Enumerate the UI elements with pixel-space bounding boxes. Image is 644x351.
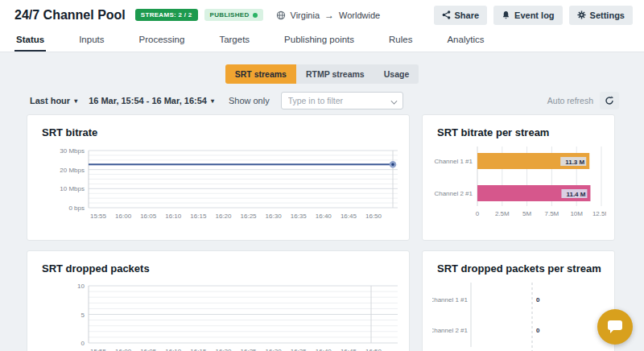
tab-analytics[interactable]: Analytics bbox=[445, 30, 485, 52]
chart-title-srt-bitrate-per-stream: SRT bitrate per stream bbox=[437, 126, 605, 138]
toggle-usage[interactable]: Usage bbox=[374, 64, 419, 84]
bell-icon bbox=[502, 10, 510, 19]
tab-inputs[interactable]: Inputs bbox=[77, 30, 105, 52]
chevron-down-icon: ▾ bbox=[211, 97, 214, 105]
tab-targets[interactable]: Targets bbox=[217, 30, 251, 52]
auto-refresh-label: Auto refresh bbox=[547, 96, 593, 105]
card-srt-dropped-packets-per-stream: SRT dropped packets per stream Channel 1… bbox=[422, 250, 615, 351]
tab-publishing-points[interactable]: Publishing points bbox=[283, 30, 356, 52]
show-only-label: Show only bbox=[229, 96, 270, 105]
published-badge: PUBLISHED bbox=[204, 9, 263, 21]
svg-text:0: 0 bbox=[81, 340, 85, 347]
share-button-label: Share bbox=[455, 10, 480, 20]
toggle-rtmp-streams[interactable]: RTMP streams bbox=[296, 64, 374, 84]
event-log-button-label: Event log bbox=[514, 10, 555, 20]
card-srt-dropped-packets: SRT dropped packets 105015:5516:0016:051… bbox=[27, 250, 410, 351]
svg-text:16:45: 16:45 bbox=[341, 213, 357, 220]
settings-button[interactable]: Settings bbox=[569, 6, 633, 25]
destination-label: Worldwide bbox=[339, 10, 380, 20]
svg-text:16:50: 16:50 bbox=[365, 213, 382, 220]
svg-text:Channel 2 #1: Channel 2 #1 bbox=[434, 190, 473, 197]
section-tabbar: StatusInputsProcessingTargetsPublishing … bbox=[0, 30, 644, 52]
filter-row: Last hour ▾ 16 Mar, 15:54 - 16 Mar, 16:5… bbox=[30, 92, 619, 109]
svg-text:16:40: 16:40 bbox=[316, 213, 332, 220]
auto-refresh-group: Auto refresh bbox=[547, 92, 619, 109]
settings-button-label: Settings bbox=[590, 10, 625, 20]
svg-text:30 Mbps: 30 Mbps bbox=[60, 147, 85, 155]
svg-text:11.3 M: 11.3 M bbox=[565, 159, 584, 166]
svg-text:16:35: 16:35 bbox=[291, 213, 308, 220]
svg-text:16:10: 16:10 bbox=[165, 213, 182, 220]
srt-bitrate-chart[interactable]: 30 Mbps20 Mbps10 Mbps0 bps15:5516:0016:0… bbox=[37, 147, 399, 232]
route-arrow-icon: → bbox=[324, 10, 334, 21]
time-range-dropdown[interactable]: Last hour ▾ bbox=[30, 96, 77, 105]
chat-bubble-icon bbox=[606, 319, 624, 335]
svg-text:15:55: 15:55 bbox=[90, 348, 107, 351]
svg-text:16:40: 16:40 bbox=[316, 348, 332, 351]
tab-rules[interactable]: Rules bbox=[387, 30, 414, 52]
svg-text:16:05: 16:05 bbox=[140, 213, 157, 220]
srt-dropped-packets-per-stream-chart[interactable]: Channel 1 #10Channel 2 #100 bbox=[432, 283, 605, 351]
svg-text:0: 0 bbox=[476, 210, 480, 217]
svg-text:0: 0 bbox=[536, 296, 540, 304]
svg-text:16:25: 16:25 bbox=[241, 348, 258, 351]
svg-text:15:55: 15:55 bbox=[90, 213, 107, 220]
svg-text:5M: 5M bbox=[522, 210, 531, 217]
svg-text:16:35: 16:35 bbox=[291, 348, 308, 351]
svg-text:16:00: 16:00 bbox=[115, 213, 132, 220]
event-log-button[interactable]: Event log bbox=[493, 6, 563, 25]
svg-text:7.5M: 7.5M bbox=[545, 210, 559, 217]
svg-text:16:05: 16:05 bbox=[140, 348, 157, 351]
svg-text:16:45: 16:45 bbox=[341, 348, 357, 351]
tab-processing[interactable]: Processing bbox=[137, 30, 186, 52]
charts-grid: SRT bitrate 30 Mbps20 Mbps10 Mbps0 bps15… bbox=[0, 109, 644, 351]
svg-text:16:15: 16:15 bbox=[190, 213, 207, 220]
published-status-dot bbox=[253, 13, 258, 18]
time-range-value: Last hour bbox=[30, 96, 70, 105]
svg-text:16:30: 16:30 bbox=[266, 348, 283, 351]
svg-text:10 Mbps: 10 Mbps bbox=[60, 185, 85, 192]
card-srt-bitrate: SRT bitrate 30 Mbps20 Mbps10 Mbps0 bps15… bbox=[27, 114, 410, 241]
stream-filter-input[interactable] bbox=[281, 92, 403, 109]
chat-widget-button[interactable] bbox=[597, 309, 633, 345]
svg-text:5: 5 bbox=[81, 312, 85, 319]
svg-text:Channel 1 #1: Channel 1 #1 bbox=[434, 158, 473, 165]
svg-text:16:15: 16:15 bbox=[190, 348, 207, 351]
chevron-down-icon: ▾ bbox=[74, 97, 77, 105]
refresh-button[interactable] bbox=[600, 92, 619, 109]
srt-bitrate-per-stream-chart[interactable]: 02.5M5M7.5M10M12.5MChannel 1 #111.3 MCha… bbox=[432, 147, 605, 225]
stream-type-toggle-row: SRT streamsRTMP streamsUsage bbox=[0, 64, 644, 84]
refresh-icon bbox=[605, 96, 614, 105]
chart-title-srt-dropped-packets-per-stream: SRT dropped packets per stream bbox=[437, 262, 605, 275]
published-badge-label: PUBLISHED bbox=[210, 11, 250, 19]
date-range-value: 16 Mar, 15:54 - 16 Mar, 16:54 bbox=[89, 96, 207, 105]
page-title: 24/7 Channel Pool bbox=[14, 8, 126, 23]
toggle-srt-streams[interactable]: SRT streams bbox=[225, 64, 296, 84]
gear-icon bbox=[577, 10, 586, 19]
svg-text:0 bps: 0 bps bbox=[68, 204, 85, 212]
svg-text:16:25: 16:25 bbox=[241, 213, 258, 220]
svg-text:20 Mbps: 20 Mbps bbox=[60, 167, 85, 174]
stream-type-segmented-control: SRT streamsRTMP streamsUsage bbox=[225, 64, 419, 84]
svg-text:16:50: 16:50 bbox=[365, 348, 382, 351]
svg-text:16:10: 16:10 bbox=[165, 348, 182, 351]
share-icon bbox=[442, 10, 451, 19]
svg-text:10: 10 bbox=[77, 283, 85, 290]
svg-text:12.5M: 12.5M bbox=[592, 210, 606, 217]
date-range-picker[interactable]: 16 Mar, 15:54 - 16 Mar, 16:54 ▾ bbox=[89, 96, 214, 105]
svg-text:Channel 2 #1: Channel 2 #1 bbox=[432, 327, 469, 334]
region-label: Virginia bbox=[291, 10, 320, 20]
svg-text:16:30: 16:30 bbox=[266, 213, 283, 220]
srt-dropped-packets-chart[interactable]: 105015:5516:0016:0516:1016:1516:2016:251… bbox=[37, 283, 399, 351]
chart-title-srt-dropped-packets: SRT dropped packets bbox=[42, 262, 399, 275]
share-button[interactable]: Share bbox=[434, 6, 488, 25]
tab-status[interactable]: Status bbox=[14, 30, 46, 52]
svg-text:2.5M: 2.5M bbox=[495, 210, 510, 217]
stream-filter-select[interactable] bbox=[281, 92, 403, 109]
svg-text:10M: 10M bbox=[570, 210, 583, 217]
streams-badge: STREAMS: 2 / 2 bbox=[135, 9, 198, 21]
stream-route: Virginia → Worldwide bbox=[276, 10, 381, 21]
svg-text:Channel 1 #1: Channel 1 #1 bbox=[432, 296, 469, 304]
svg-text:16:00: 16:00 bbox=[115, 348, 132, 351]
svg-text:16:20: 16:20 bbox=[215, 213, 232, 220]
